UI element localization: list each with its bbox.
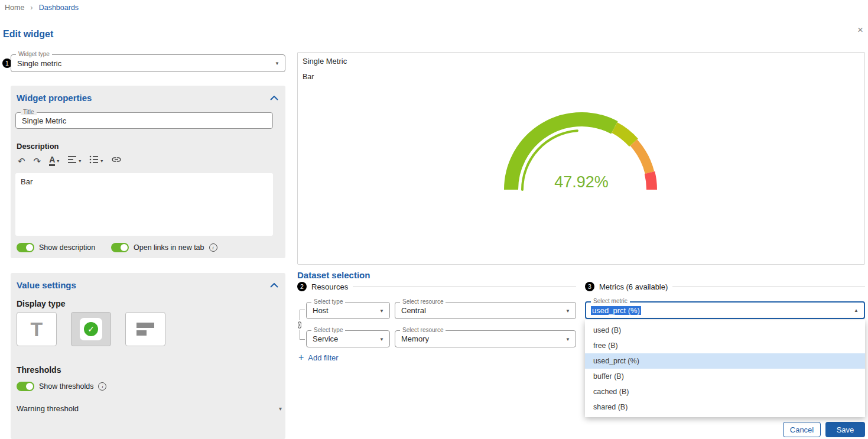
resource-select-2[interactable]: Select resource Memory ▼ — [395, 330, 576, 347]
title-input[interactable]: Title Single Metric — [15, 112, 273, 129]
breadcrumb: Home › Dashboards — [5, 3, 79, 12]
info-icon[interactable]: i — [209, 243, 217, 252]
text-color-button[interactable]: A ▾ — [49, 155, 59, 166]
plus-icon: + — [298, 353, 304, 362]
add-filter-button[interactable]: + Add filter — [298, 353, 339, 362]
metrics-group-header: 3 Metrics (6 available) — [585, 282, 865, 291]
thresholds-label: Thresholds — [17, 365, 61, 375]
scrollbar-down-arrow[interactable]: ▾ — [279, 405, 282, 412]
display-type-text-button[interactable]: T — [17, 312, 57, 346]
dataset-selection-heading: Dataset selection — [297, 270, 370, 280]
metric-option[interactable]: free (B) — [585, 338, 865, 353]
divider — [353, 287, 576, 287]
widget-type-select[interactable]: Widget type Single metric ▼ — [11, 54, 285, 72]
select-resource-value: Central — [395, 303, 576, 318]
metrics-label: Metrics (6 available) — [599, 282, 668, 291]
select-metric-label: Select metric — [591, 298, 630, 304]
breadcrumb-dashboards-link[interactable]: Dashboards — [39, 4, 79, 12]
align-button[interactable]: ▾ — [67, 155, 81, 166]
breadcrumb-home-link[interactable]: Home — [5, 4, 24, 12]
widget-properties-heading: Widget properties — [17, 93, 92, 103]
undo-icon: ↶ — [18, 157, 25, 165]
warning-threshold-label: Warning threshold — [17, 404, 79, 413]
select-type-label: Select type — [311, 327, 345, 333]
gauge-chart: 47.92% — [503, 112, 659, 200]
chevron-down-icon: ▼ — [275, 61, 279, 66]
show-thresholds-label: Show thresholds — [39, 382, 93, 391]
show-description-toggle-row: Show description — [17, 243, 95, 252]
resource-type-select-2[interactable]: Select type Service ▼ — [306, 330, 390, 347]
value-settings-heading: Value settings — [17, 280, 76, 290]
insert-link-button[interactable] — [111, 154, 122, 167]
caret-down-icon: ▾ — [57, 158, 59, 164]
collapse-chevron-up-icon[interactable] — [270, 283, 278, 288]
display-type-gauge-button[interactable]: ✓ — [71, 312, 111, 346]
metric-option-selected[interactable]: used_prct (%) — [585, 353, 865, 369]
metric-select-value: used_prct (%) — [591, 306, 641, 315]
metric-option[interactable]: used (B) — [585, 323, 865, 338]
list-button[interactable]: ▾ — [89, 155, 103, 166]
selected-option-tile: ✓ — [80, 318, 102, 340]
metric-option[interactable]: buffer (B) — [585, 369, 865, 384]
widget-type-label: Widget type — [16, 51, 52, 57]
edit-widget-page: Home › Dashboards Edit widget × 1 Widget… — [0, 0, 868, 439]
divider — [672, 287, 865, 287]
redo-icon: ↷ — [34, 157, 41, 165]
step-3-badge: 3 — [585, 282, 594, 291]
show-thresholds-toggle[interactable] — [17, 382, 34, 391]
select-type-value: Host — [307, 303, 389, 318]
gauge-value-text: 47.92% — [554, 173, 609, 191]
info-icon[interactable]: i — [98, 382, 106, 391]
preview-title: Single Metric — [303, 57, 347, 66]
widget-preview-panel: Single Metric Bar 47.92% — [297, 52, 865, 265]
description-label: Description — [17, 142, 59, 151]
show-description-label: Show description — [39, 243, 95, 252]
caret-down-icon: ▾ — [79, 158, 81, 164]
step-2-badge: 2 — [297, 282, 307, 291]
open-links-toggle[interactable] — [111, 243, 129, 252]
align-left-icon — [67, 155, 77, 166]
display-type-label: Display type — [17, 299, 65, 308]
text-display-icon: T — [31, 318, 43, 341]
select-resource-label: Select resource — [400, 327, 446, 333]
title-input-label: Title — [21, 109, 37, 115]
gauge-arc-yellow-green — [614, 128, 633, 143]
chevron-up-icon: ▲ — [854, 308, 859, 313]
chevron-down-icon: ▼ — [565, 308, 570, 313]
select-type-label: Select type — [311, 299, 345, 305]
collapse-chevron-up-icon[interactable] — [270, 96, 278, 100]
chevron-down-icon: ▼ — [379, 336, 384, 342]
metric-option[interactable]: shared (B) — [585, 399, 865, 415]
bar-chart-icon — [136, 323, 154, 336]
resources-group-header: 2 Resources — [297, 282, 576, 291]
widget-type-value: Single metric — [11, 55, 285, 71]
resources-label: Resources — [311, 282, 348, 291]
text-color-icon: A — [49, 155, 55, 166]
chevron-down-icon: ▼ — [565, 336, 570, 342]
open-links-label: Open links in new tab — [134, 243, 204, 252]
resource-select-1[interactable]: Select resource Central ▼ — [395, 302, 576, 319]
save-button[interactable]: Save — [825, 422, 865, 437]
open-links-toggle-row: Open links in new tab i — [111, 243, 217, 252]
gauge-arc-orange — [633, 142, 649, 173]
chain-link-icon — [295, 320, 304, 330]
resource-type-select-1[interactable]: Select type Host ▼ — [306, 302, 390, 319]
add-filter-label: Add filter — [308, 353, 338, 362]
caret-down-icon: ▾ — [100, 158, 103, 164]
bulleted-list-icon — [89, 155, 99, 166]
redo-button[interactable]: ↷ — [34, 157, 41, 165]
show-thresholds-toggle-row: Show thresholds i — [17, 382, 106, 391]
cancel-button[interactable]: Cancel — [783, 422, 821, 437]
metric-option[interactable]: cached (B) — [585, 384, 865, 399]
close-icon[interactable]: × — [857, 25, 863, 35]
description-editor[interactable]: Bar — [15, 173, 273, 236]
resource-rows-bracket-tick — [300, 310, 305, 310]
select-resource-label: Select resource — [400, 299, 446, 305]
description-toolbar: ↶ ↷ A ▾ ▾ ▾ — [18, 154, 122, 167]
display-type-bar-button[interactable] — [125, 312, 165, 346]
undo-button[interactable]: ↶ — [18, 157, 25, 165]
page-title: Edit widget — [3, 29, 53, 40]
select-type-value: Service — [307, 331, 389, 347]
metric-select-input[interactable]: Select metric used_prct (%) ▲ — [585, 301, 865, 319]
show-description-toggle[interactable] — [17, 243, 34, 252]
